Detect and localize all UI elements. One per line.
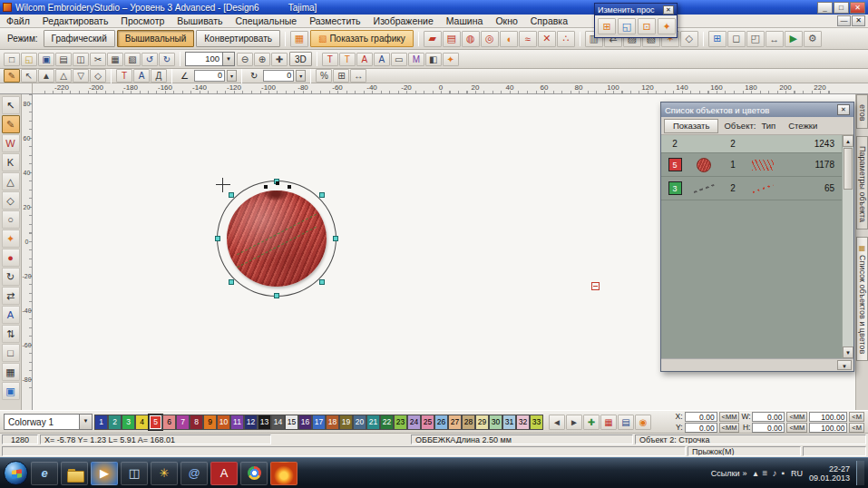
color-chip[interactable]: 24: [407, 415, 421, 430]
taskbar-app-icon[interactable]: [270, 462, 297, 485]
color-chip[interactable]: 14: [271, 415, 285, 430]
selection-handle[interactable]: [229, 192, 234, 198]
reshape-node[interactable]: [276, 181, 279, 185]
color-chip[interactable]: 26: [434, 415, 448, 430]
color-chip[interactable]: 21: [366, 415, 380, 430]
selection-handle[interactable]: [319, 279, 325, 285]
zoom-combo[interactable]: 100 ▼: [185, 52, 235, 66]
floating-toolbar-close-button[interactable]: ✕: [663, 5, 674, 15]
menu-item[interactable]: Разместить: [303, 15, 366, 26]
color-chip[interactable]: 8: [190, 415, 203, 430]
color-chip[interactable]: 23: [394, 415, 407, 430]
color-chip[interactable]: 3: [122, 415, 135, 430]
scale-y-unit-button[interactable]: <M: [849, 423, 864, 433]
toolbox-tool-icon[interactable]: ✎: [2, 115, 20, 133]
stitch-type-icon[interactable]: ◎: [481, 31, 499, 47]
w-input[interactable]: 0.00: [752, 412, 785, 422]
palette-tool-icon[interactable]: ▤: [618, 415, 634, 430]
mdi-close-button[interactable]: ✕: [852, 15, 865, 26]
floating-toolbar-icon[interactable]: ✦: [658, 18, 676, 34]
file-toolbar-icon[interactable]: ↺: [141, 53, 158, 66]
selection-handle[interactable]: [215, 236, 220, 241]
lettering-toolbar-icon[interactable]: А: [356, 53, 373, 66]
selection-handle[interactable]: [274, 293, 279, 298]
letter-toolbar-icon[interactable]: Т: [116, 69, 132, 83]
letter-toolbar-icon[interactable]: Д: [151, 69, 167, 83]
color-chip[interactable]: 5: [149, 415, 162, 430]
object-list-panel-close-button[interactable]: ✕: [837, 104, 850, 115]
color-chip[interactable]: 1: [94, 415, 108, 430]
color-chip[interactable]: 32: [516, 415, 530, 430]
color-chip[interactable]: 2: [108, 415, 122, 430]
menu-item[interactable]: Справка: [524, 15, 574, 26]
color-chip[interactable]: 22: [380, 415, 394, 430]
color-chip[interactable]: 15: [285, 415, 298, 430]
docked-panel-tab[interactable]: ▦ Список объектов и цветов: [856, 237, 868, 361]
color-chip[interactable]: 29: [475, 415, 489, 430]
stitch-type-icon[interactable]: ≈: [519, 31, 537, 47]
taskbar-app-icon[interactable]: ▶: [91, 462, 118, 485]
zoom-toolbar-icon[interactable]: ⊕: [254, 53, 270, 66]
toolbox-tool-icon[interactable]: A: [2, 306, 20, 324]
draw-toolbar-icon[interactable]: ↖: [21, 69, 37, 83]
menu-item[interactable]: Вышивать: [171, 15, 229, 26]
graphic-mode-button[interactable]: Графический: [44, 30, 115, 47]
h-unit-button[interactable]: <MM: [786, 423, 807, 433]
zoom-toolbar-icon[interactable]: ⊖: [237, 53, 253, 66]
stitch-type-icon[interactable]: ✕: [538, 31, 556, 47]
menu-item[interactable]: Файл: [0, 15, 36, 26]
draw-toolbar-icon[interactable]: △: [55, 69, 72, 83]
toolbox-tool-icon[interactable]: ✦: [2, 229, 20, 248]
taskbar-clock[interactable]: 22-27 09.01.2013: [809, 464, 850, 483]
stitch-mode-button[interactable]: Вышивальный: [117, 30, 195, 47]
rotate-input[interactable]: 0: [263, 70, 294, 82]
toolbox-tool-icon[interactable]: W: [2, 134, 20, 152]
lettering-toolbar-icon[interactable]: ✦: [443, 53, 459, 66]
taskbar-app-icon[interactable]: [240, 462, 268, 485]
tray-status-icon[interactable]: ♪: [772, 468, 776, 478]
language-indicator[interactable]: RU: [791, 469, 803, 478]
toolbox-tool-icon[interactable]: ▦: [2, 363, 20, 381]
taskbar-app-icon[interactable]: ✳: [151, 462, 178, 485]
view-icon[interactable]: ◻: [727, 31, 746, 47]
file-toolbar-icon[interactable]: ◫: [73, 53, 89, 66]
scroll-up-button[interactable]: ▲: [843, 135, 853, 147]
design-canvas[interactable]: Список объектов и цветов ✕ Показать Объе…: [33, 94, 855, 410]
mdi-minimize-button[interactable]: —: [837, 15, 851, 26]
stitch-type-icon[interactable]: ◍: [462, 31, 480, 47]
edit-toolbar-icon[interactable]: %: [316, 69, 332, 83]
toolbox-tool-icon[interactable]: ○: [2, 210, 20, 229]
colorway-combo[interactable]: Colorway 1 ▼: [4, 414, 93, 430]
stitch-type-icon[interactable]: ▰: [424, 31, 442, 47]
toolbox-tool-icon[interactable]: ↻: [2, 268, 20, 286]
toolbox-tool-icon[interactable]: ⇄: [2, 287, 20, 305]
color-chip[interactable]: 17: [312, 415, 326, 430]
convert-mode-button[interactable]: Конвертировать: [196, 30, 280, 47]
stitch-type-icon[interactable]: ◖: [500, 31, 518, 47]
view-icon[interactable]: ⊞: [708, 31, 727, 47]
color-chip[interactable]: 12: [244, 415, 258, 430]
color-chip[interactable]: 4: [135, 415, 149, 430]
menu-item[interactable]: Специальные: [229, 15, 304, 26]
links-chevron-icon[interactable]: »: [743, 469, 747, 478]
colorway-dropdown-arrow[interactable]: ▼: [79, 415, 92, 429]
floating-toolbar-icon[interactable]: ⊡: [638, 18, 656, 34]
color-chip[interactable]: 16: [298, 415, 312, 430]
x-unit-button[interactable]: <MM: [719, 412, 740, 422]
menu-item[interactable]: Окно: [489, 15, 523, 26]
toolbox-tool-icon[interactable]: ◇: [2, 191, 20, 210]
reshape-node[interactable]: [288, 185, 291, 189]
color-chip[interactable]: 19: [339, 415, 353, 430]
color-chip[interactable]: 31: [502, 415, 516, 430]
taskbar-app-icon[interactable]: e: [31, 462, 58, 485]
color-chip[interactable]: 18: [326, 415, 339, 430]
lettering-toolbar-icon[interactable]: А: [374, 53, 390, 66]
menu-item[interactable]: Редактировать: [36, 15, 115, 26]
panel-scrollbar[interactable]: ▲ ▼: [842, 135, 853, 358]
edit-toolbar-icon[interactable]: ⊞: [333, 69, 349, 83]
file-toolbar-icon[interactable]: ▣: [38, 53, 54, 66]
toolbox-tool-icon[interactable]: △: [2, 172, 20, 190]
color-chip[interactable]: 11: [230, 415, 244, 430]
taskbar-app-icon[interactable]: [61, 462, 88, 485]
lettering-toolbar-icon[interactable]: ◧: [425, 53, 442, 66]
